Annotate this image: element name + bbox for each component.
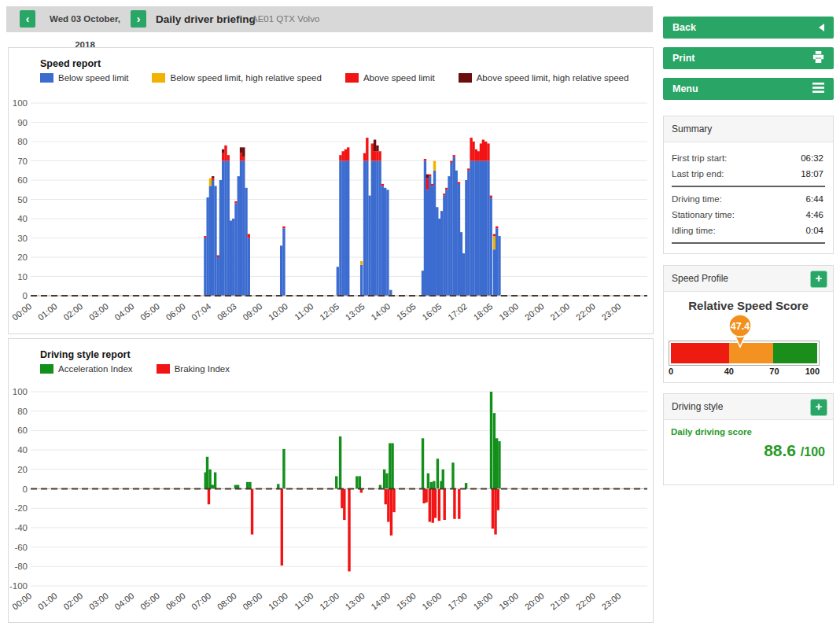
page-title: Daily driver briefing bbox=[156, 6, 256, 32]
svg-text:-80: -80 bbox=[14, 562, 28, 571]
svg-text:09:00: 09:00 bbox=[241, 591, 263, 611]
gauge-tick-label: 70 bbox=[769, 367, 779, 376]
svg-text:19:00: 19:00 bbox=[497, 591, 520, 611]
svg-text:15:00: 15:00 bbox=[395, 591, 418, 611]
summary-row-value: 18:07 bbox=[801, 169, 823, 179]
svg-text:14:00: 14:00 bbox=[369, 301, 392, 322]
svg-text:50: 50 bbox=[17, 195, 28, 204]
svg-text:19:00: 19:00 bbox=[497, 301, 520, 322]
speed-profile-panel-header: Speed Profile + bbox=[664, 266, 833, 292]
summary-row-label: Stationary time: bbox=[672, 210, 735, 219]
score-suffix: /100 bbox=[801, 445, 825, 459]
gauge-tick-labels: 04070100 bbox=[669, 367, 820, 378]
svg-text:80: 80 bbox=[17, 137, 28, 146]
back-button-label: Back bbox=[672, 22, 696, 33]
svg-text:100: 100 bbox=[13, 98, 28, 108]
svg-text:17:02: 17:02 bbox=[446, 301, 469, 322]
svg-text:11:00: 11:00 bbox=[293, 591, 315, 611]
print-button[interactable]: Print bbox=[663, 47, 834, 69]
svg-text:22:00: 22:00 bbox=[574, 301, 597, 322]
printer-icon bbox=[812, 51, 824, 65]
driving-style-title: Driving style bbox=[672, 401, 723, 412]
summary-row-label: First trip start: bbox=[672, 153, 727, 163]
speed-report-panel: Speed report Below speed limit Below spe… bbox=[8, 47, 654, 334]
menu-button[interactable]: Menu bbox=[663, 78, 834, 100]
svg-text:13:05: 13:05 bbox=[344, 301, 367, 322]
summary-row-value: 6:44 bbox=[806, 194, 823, 204]
svg-text:100: 100 bbox=[13, 387, 28, 396]
svg-text:12:05: 12:05 bbox=[318, 301, 341, 322]
svg-text:21:00: 21:00 bbox=[548, 591, 571, 611]
svg-text:70: 70 bbox=[17, 157, 28, 166]
summary-row: First trip start: 06:32 bbox=[672, 150, 825, 166]
gauge-tick-label: 100 bbox=[805, 367, 820, 376]
summary-row-label: Last trip end: bbox=[672, 169, 724, 179]
svg-text:23:00: 23:00 bbox=[599, 591, 622, 611]
svg-text:10:00: 10:00 bbox=[267, 591, 289, 611]
date-label: Wed 03 October, 2018 bbox=[41, 6, 129, 32]
svg-text:02:00: 02:00 bbox=[61, 301, 84, 322]
speed-chart: 010203040506070809010000:0001:0002:0003:… bbox=[9, 48, 651, 332]
summary-row: Idling time: 0:04 bbox=[672, 223, 825, 238]
svg-text:30: 30 bbox=[17, 234, 28, 243]
svg-text:01:00: 01:00 bbox=[36, 301, 59, 322]
next-day-button[interactable]: › bbox=[131, 10, 146, 28]
summary-row-label: Driving time: bbox=[672, 194, 722, 204]
summary-row-value: 0:04 bbox=[806, 226, 823, 235]
svg-text:10: 10 bbox=[17, 272, 28, 282]
svg-text:18:00: 18:00 bbox=[472, 591, 495, 611]
driving-style-report-panel: Driving style report Acceleration Index … bbox=[8, 338, 654, 623]
svg-text:02:00: 02:00 bbox=[61, 591, 84, 611]
chevron-right-icon: › bbox=[137, 13, 141, 25]
print-button-label: Print bbox=[672, 53, 694, 64]
summary-row-value: 06:32 bbox=[801, 153, 823, 163]
driving-style-panel: Driving style + Daily driving score 88.6… bbox=[663, 393, 834, 485]
summary-divider bbox=[672, 186, 825, 187]
summary-panel: Summary First trip start: 06:32Last trip… bbox=[663, 116, 834, 254]
svg-text:40: 40 bbox=[17, 445, 28, 455]
svg-text:14:00: 14:00 bbox=[369, 591, 392, 611]
svg-text:09:00: 09:00 bbox=[241, 301, 263, 322]
menu-button-label: Menu bbox=[672, 83, 698, 94]
daily-driving-score-value: 88.6 /100 bbox=[764, 441, 825, 460]
summary-row: Stationary time: 4:46 bbox=[672, 207, 825, 223]
svg-text:05:00: 05:00 bbox=[138, 591, 161, 611]
summary-row-label: Idling time: bbox=[672, 226, 716, 235]
speed-profile-title: Speed Profile bbox=[672, 273, 728, 284]
summary-rows: First trip start: 06:32Last trip end: 18… bbox=[664, 142, 833, 244]
summary-row: Last trip end: 18:07 bbox=[672, 166, 825, 182]
svg-text:06:00: 06:00 bbox=[164, 301, 187, 322]
svg-text:20: 20 bbox=[17, 465, 28, 474]
back-button[interactable]: Back bbox=[663, 17, 834, 39]
svg-text:16:05: 16:05 bbox=[420, 301, 443, 322]
svg-text:22:00: 22:00 bbox=[574, 591, 597, 611]
summary-divider bbox=[672, 242, 825, 244]
svg-text:-20: -20 bbox=[14, 503, 28, 513]
svg-text:21:00: 21:00 bbox=[548, 301, 571, 322]
back-arrow-icon bbox=[819, 24, 824, 31]
speed-profile-panel: Speed Profile + Relative Speed Score 47.… bbox=[663, 265, 834, 383]
svg-text:08:00: 08:00 bbox=[216, 591, 238, 611]
speed-profile-add-button[interactable]: + bbox=[810, 271, 827, 288]
driving-style-add-button[interactable]: + bbox=[810, 399, 827, 416]
svg-text:90: 90 bbox=[17, 118, 28, 127]
svg-text:80: 80 bbox=[17, 407, 28, 416]
relative-speed-score-title: Relative Speed Score bbox=[664, 299, 833, 312]
header-strip: ‹ Wed 03 October, 2018 › Daily driver br… bbox=[6, 6, 653, 32]
vehicle-label: AE01 QTX Volvo bbox=[252, 6, 319, 32]
svg-text:11:00: 11:00 bbox=[293, 301, 315, 322]
svg-text:00:00: 00:00 bbox=[10, 301, 33, 322]
prev-day-button[interactable]: ‹ bbox=[20, 10, 35, 28]
driving-style-panel-header: Driving style + bbox=[664, 394, 833, 420]
svg-text:20:00: 20:00 bbox=[523, 301, 546, 322]
svg-text:40: 40 bbox=[17, 214, 28, 223]
svg-text:20:00: 20:00 bbox=[523, 591, 546, 611]
svg-text:10:00: 10:00 bbox=[267, 301, 289, 322]
svg-text:0: 0 bbox=[23, 484, 28, 494]
gauge-segment bbox=[773, 343, 817, 363]
gauge-tick-label: 0 bbox=[669, 367, 673, 376]
summary-row: Driving time: 6:44 bbox=[672, 191, 825, 207]
svg-text:05:00: 05:00 bbox=[138, 301, 161, 322]
svg-text:01:00: 01:00 bbox=[36, 591, 59, 611]
score-value: 47.4 bbox=[731, 321, 750, 332]
